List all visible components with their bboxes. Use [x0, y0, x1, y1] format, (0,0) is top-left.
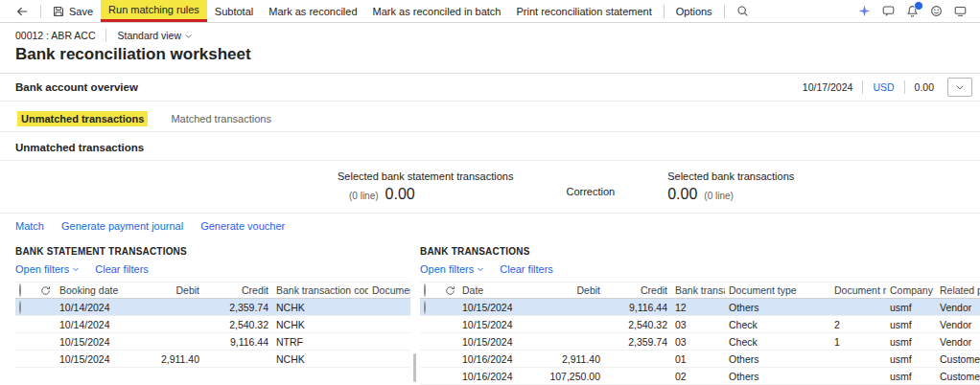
search-button[interactable] — [729, 0, 757, 22]
right-total-value: 0.00 — [667, 186, 697, 203]
record-id: 00012 : ABR ACC — [15, 30, 95, 41]
action-links: Match Generate payment journal Generate … — [0, 214, 980, 240]
column-header[interactable]: Debit — [142, 282, 203, 299]
column-header[interactable]: Company — [886, 282, 936, 299]
document-type-cell: Others — [725, 368, 830, 385]
related-party-cell: Customer — [936, 351, 980, 368]
save-button[interactable]: Save — [45, 0, 101, 22]
date-cell: 10/15/2024 — [458, 316, 541, 333]
right-line-count: (0 line) — [704, 191, 734, 201]
selection-summary: Selected bank statement transactions (0 … — [0, 161, 980, 214]
left-clear-filters-link[interactable]: Clear filters — [95, 263, 149, 275]
selected-bank-statement-transactions: Selected bank statement transactions (0 … — [338, 170, 513, 203]
mark-as-reconciled-button[interactable]: Mark as reconciled — [261, 0, 364, 22]
options-label: Options — [676, 6, 712, 17]
table-row[interactable]: 10/16/2024 2,911.40 01 Others usmf Custo… — [420, 351, 980, 368]
tab-label: Matched transactions — [171, 113, 271, 125]
column-header[interactable]: Booking date — [56, 282, 142, 299]
generate-voucher-link[interactable]: Generate voucher — [200, 220, 285, 232]
grids-container: BANK STATEMENT TRANSACTIONS Open filters… — [0, 240, 980, 385]
row-select-radio[interactable] — [15, 333, 36, 351]
right-clear-filters-link[interactable]: Clear filters — [500, 263, 553, 275]
select-all-radio[interactable] — [15, 282, 36, 299]
run-matching-rules-button[interactable]: Run matching rules — [101, 0, 207, 22]
column-header[interactable]: Bank transaction code — [272, 282, 368, 299]
table-row[interactable]: 10/14/2024 2,540.32 NCHK — [15, 316, 410, 333]
debit-cell: 2,911.40 — [541, 351, 604, 368]
row-select-radio[interactable] — [15, 299, 36, 316]
table-row[interactable]: 10/15/2024 2,359.74 03 Check 1 usmf Vend… — [420, 333, 980, 351]
table-row[interactable]: 10/15/2024 2,911.40 NCHK — [15, 351, 410, 368]
company-cell: usmf — [886, 368, 936, 385]
mark-as-reconciled-in-batch-button[interactable]: Mark as reconciled in batch — [365, 0, 509, 22]
refresh-icon[interactable] — [441, 285, 458, 296]
right-grid-header: Date Debit Credit Bank transacti... Docu… — [420, 282, 980, 299]
table-row[interactable]: 10/16/2024 107,250.00 02 Others usmf Cus… — [420, 368, 980, 385]
options-button[interactable]: Options — [668, 0, 720, 22]
left-open-filters-link[interactable]: Open filters — [15, 263, 80, 275]
credit-cell: 9,116.44 — [203, 333, 272, 351]
document-number-cell: 2 — [830, 316, 886, 333]
row-select-radio[interactable] — [15, 316, 36, 333]
company-cell: usmf — [886, 299, 936, 316]
tab-matched-transactions[interactable]: Matched transactions — [169, 111, 273, 131]
print-reconciliation-statement-button[interactable]: Print reconciliation statement — [508, 0, 659, 22]
column-header[interactable]: Credit — [203, 282, 272, 299]
overview-amount: 0.00 — [915, 81, 934, 93]
table-row[interactable]: 10/15/2024 9,116.44 NTRF — [15, 333, 410, 351]
notification-badge — [914, 1, 923, 11]
open-filters-label: Open filters — [420, 263, 474, 275]
divider — [724, 5, 725, 18]
mark-as-reconciled-label: Mark as reconciled — [268, 6, 357, 17]
table-row[interactable]: 10/14/2024 2,359.74 NCHK — [15, 299, 410, 316]
column-header[interactable]: Debit — [541, 282, 604, 299]
row-select-radio[interactable] — [15, 351, 36, 368]
column-header[interactable]: Related part... — [936, 282, 980, 299]
bank-transaction-code-cell: NCHK — [272, 299, 368, 316]
right-open-filters-link[interactable]: Open filters — [420, 263, 484, 275]
bank-account-overview-section: Bank account overview 10/17/2024 USD 0.0… — [0, 73, 980, 102]
left-grid-title: BANK STATEMENT TRANSACTIONS — [15, 240, 410, 261]
booking-date-cell: 10/15/2024 — [56, 333, 142, 351]
expand-section-button[interactable] — [947, 78, 972, 97]
left-grid-body: 10/14/2024 2,359.74 NCHK 10/14/2024 2,54… — [15, 299, 410, 368]
row-select-radio[interactable] — [420, 299, 441, 316]
page-title: Bank reconciliation worksheet — [0, 42, 980, 73]
row-select-radio[interactable] — [420, 368, 441, 385]
settings-icon[interactable] — [954, 5, 967, 17]
column-header[interactable]: Credit — [604, 282, 671, 299]
back-button[interactable] — [8, 0, 36, 22]
column-header[interactable]: Document type — [725, 282, 830, 299]
row-select-radio[interactable] — [420, 333, 441, 351]
column-header[interactable]: Document numb — [368, 282, 410, 299]
message-icon[interactable] — [882, 5, 895, 17]
row-select-radio[interactable] — [420, 316, 441, 333]
subtotal-label: Subtotal — [215, 6, 253, 17]
table-row[interactable]: 10/15/2024 9,116.44 12 Others usmf Vendo… — [420, 299, 980, 316]
refresh-icon[interactable] — [36, 285, 56, 296]
feedback-smiley-icon[interactable] — [930, 5, 943, 17]
divider — [40, 5, 41, 18]
document-number-cell: 1 — [830, 333, 886, 351]
related-party-cell: Customer — [936, 368, 980, 385]
column-header[interactable]: Date — [458, 282, 541, 299]
overview-title: Bank account overview — [15, 81, 138, 93]
copilot-icon[interactable] — [858, 5, 871, 17]
view-selector[interactable]: Standard view — [117, 30, 193, 41]
subtotal-button[interactable]: Subtotal — [207, 0, 261, 22]
table-row[interactable]: 10/15/2024 2,540.32 03 Check 2 usmf Vend… — [420, 316, 980, 333]
left-grid-scrollbar[interactable] — [413, 353, 416, 382]
notifications-bell-icon[interactable] — [906, 5, 919, 17]
tab-unmatched-transactions[interactable]: Unmatched transactions — [15, 111, 150, 131]
generate-payment-journal-link[interactable]: Generate payment journal — [61, 220, 183, 232]
column-header[interactable]: Document nu... — [830, 282, 886, 299]
tab-label: Unmatched transactions — [17, 111, 148, 126]
back-arrow-icon — [15, 5, 29, 18]
overview-currency[interactable]: USD — [873, 81, 894, 93]
row-select-radio[interactable] — [420, 351, 441, 368]
debit-cell: 2,911.40 — [142, 351, 203, 368]
bank-transaction-cell: 12 — [671, 299, 725, 316]
column-header[interactable]: Bank transacti... — [671, 282, 725, 299]
select-all-radio[interactable] — [420, 282, 441, 299]
match-link[interactable]: Match — [15, 220, 44, 232]
